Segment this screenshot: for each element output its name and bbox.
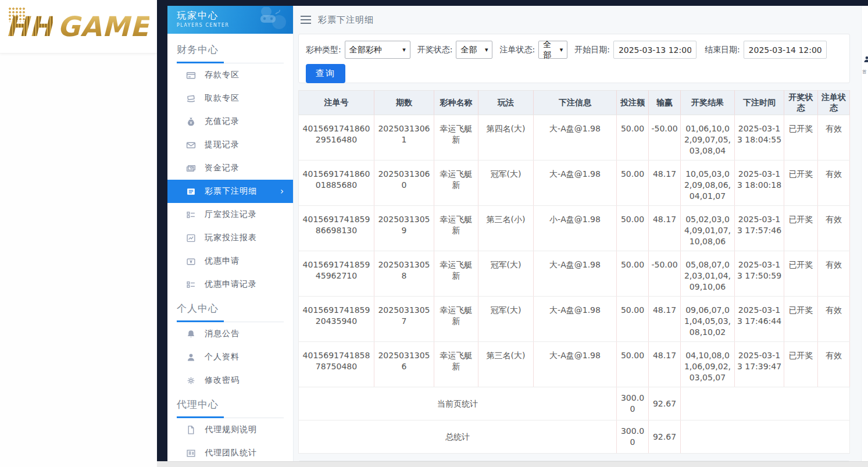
- end-date-input[interactable]: [744, 41, 827, 59]
- sidebar-item-label: 存款专区: [205, 70, 240, 80]
- cell-period: 20250313058: [374, 251, 434, 297]
- coupon-icon: [186, 256, 196, 266]
- cell-lottery: 幸运飞艇新: [434, 206, 478, 251]
- col-header: 彩种名称: [434, 91, 478, 115]
- table-row: 40156917418587875048020250313056幸运飞艇新第三名…: [299, 342, 850, 387]
- gear-icon: [186, 376, 196, 386]
- cell-winloss: 48.17: [649, 342, 681, 387]
- sidebar-item-deposit-zone[interactable]: 存款专区: [167, 63, 293, 87]
- summary-empty: [681, 420, 850, 454]
- col-header: 投注额: [617, 91, 649, 115]
- menu-toggle-icon[interactable]: [301, 16, 311, 24]
- col-header: 注单状态: [818, 91, 850, 115]
- chevron-down-icon: ▾: [560, 46, 563, 54]
- cell-order-status: 有效: [818, 251, 850, 297]
- cell-order-status: 有效: [818, 206, 850, 251]
- cell-draw-status: 已开奖: [784, 297, 818, 342]
- cell-order-status: 有效: [818, 297, 850, 342]
- hand-money-icon: [186, 94, 196, 104]
- cell-draw-status: 已开奖: [784, 206, 818, 251]
- order-status-select[interactable]: 全部 ▾: [538, 41, 567, 59]
- col-header: 注单号: [299, 91, 374, 115]
- bell-icon: [186, 329, 196, 339]
- user-icon: [863, 55, 868, 63]
- sidebar-item-promo-apply-records[interactable]: 优惠申请记录: [167, 273, 293, 296]
- cell-period: 20250313059: [374, 206, 434, 251]
- grand-summary-bet: 300.00: [617, 420, 649, 454]
- cell-period: 20250313056: [374, 342, 434, 387]
- sidebar-item-player-bet-report[interactable]: 玩家投注报表: [167, 226, 293, 249]
- filter-panel: 彩种类型: 全部彩种 ▾ 开奖状态: 全部 ▾ 注单状态: 全部 ▾ 开始日期:…: [298, 34, 850, 83]
- cell-result: 01,06,10,02,09,07,05,03,08,04: [681, 115, 735, 161]
- col-header: 开奖结果: [681, 91, 735, 115]
- cell-play: 第四名(大): [478, 115, 534, 161]
- cell-bet-info: 大-A盘@1.98: [534, 342, 617, 387]
- sidebar-item-hall-bet-records[interactable]: 厅室投注记录: [167, 203, 293, 226]
- sidebar-item-promo-apply[interactable]: 优惠申请: [167, 249, 293, 273]
- sidebar-item-messages[interactable]: 消息公告: [167, 322, 293, 345]
- envelope-money-icon: [186, 140, 196, 150]
- cell-play: 第三名(小): [478, 206, 534, 251]
- cell-winloss: 48.17: [649, 161, 681, 206]
- newspaper-icon: [186, 448, 196, 458]
- chevron-down-icon: ▾: [402, 46, 406, 54]
- cell-lottery: 幸运飞艇新: [434, 342, 478, 387]
- cell-play: 冠军(大): [478, 297, 534, 342]
- sidebar-item-fund-records[interactable]: 资金记录: [167, 156, 293, 180]
- search-button[interactable]: 查询: [306, 64, 345, 83]
- cell-draw-status: 已开奖: [784, 115, 818, 161]
- sidebar-item-agent-rules[interactable]: 代理规则说明: [167, 418, 293, 441]
- logo-text-game: GAME: [58, 10, 149, 42]
- section-personal-title: 个人中心: [177, 302, 284, 315]
- cell-bet-id: 401569174185986698130: [299, 206, 374, 251]
- page-title: 彩票下注明细: [318, 15, 374, 26]
- page-summary-label: 当前页统计: [299, 387, 617, 420]
- cell-bet-info: 大-A盘@1.98: [534, 251, 617, 297]
- cell-result: 09,06,07,01,04,05,03,08,10,02: [681, 297, 735, 342]
- sidebar-item-profile[interactable]: 个人资料: [167, 345, 293, 369]
- logo-panel-body: [0, 54, 157, 467]
- bets-table: 注单号 期数 彩种名称 玩法 下注信息 投注额 输赢 开奖结果 下注时间 开奖状…: [298, 90, 850, 454]
- cell-amount: 50.00: [617, 297, 649, 342]
- horizontal-scrollbar[interactable]: [157, 461, 868, 467]
- end-date-label: 结束日期:: [705, 45, 740, 55]
- page-header: 彩票下注明细: [298, 6, 850, 34]
- cell-bet-id: 401569174185920435940: [299, 297, 374, 342]
- sidebar-item-withdraw-zone[interactable]: 取款专区: [167, 87, 293, 110]
- col-header: 开奖状态: [784, 91, 818, 115]
- cell-play: 冠军(大): [478, 251, 534, 297]
- table-row: 40156917418592043594020250313057幸运飞艇新冠军(…: [299, 297, 850, 342]
- draw-status-select[interactable]: 全部 ▾: [456, 41, 492, 59]
- sidebar-item-label: 资金记录: [205, 163, 240, 173]
- sidebar-item-withdraw-records[interactable]: 提现记录: [167, 133, 293, 156]
- cell-amount: 50.00: [617, 161, 649, 206]
- grand-summary-winloss: 92.67: [649, 420, 681, 454]
- order-status-value: 全部: [543, 40, 555, 60]
- cell-draw-status: 已开奖: [784, 251, 818, 297]
- sidebar-item-lottery-bet-details[interactable]: 彩票下注明细 ›: [167, 180, 293, 203]
- sidebar-item-change-password[interactable]: 修改密码: [167, 369, 293, 392]
- table-row: 40156917418602951648020250313061幸运飞艇新第四名…: [299, 115, 850, 161]
- app-window: HHGAME 玩家中心 PLAYERS CENTER 财务中心: [0, 0, 868, 467]
- logo-panel: HHGAME: [0, 0, 157, 467]
- cell-order-status: 有效: [818, 161, 850, 206]
- page-summary-bet: 300.00: [617, 387, 649, 420]
- chevron-right-icon: ›: [280, 186, 284, 197]
- cell-play: 第三名(大): [478, 342, 534, 387]
- lottery-type-select[interactable]: 全部彩种 ▾: [345, 41, 410, 59]
- rail-text-clipped: 首: [862, 69, 867, 75]
- lottery-type-value: 全部彩种: [349, 45, 382, 55]
- cell-bet-time: 2025-03-13 18:04:55: [735, 115, 784, 161]
- col-header: 期数: [374, 91, 434, 115]
- cell-play: 冠军(大): [478, 161, 534, 206]
- detail-list-icon: [186, 210, 196, 220]
- page-summary-row: 当前页统计 300.00 92.67: [299, 387, 850, 420]
- grand-summary-label: 总统计: [299, 420, 617, 454]
- brand-logo: HHGAME: [0, 0, 157, 54]
- sidebar-item-recharge-records[interactable]: 充值记录: [167, 110, 293, 133]
- section-personal: 个人中心: [167, 296, 293, 322]
- col-header: 输赢: [649, 91, 681, 115]
- start-date-input[interactable]: [613, 41, 696, 59]
- cell-bet-time: 2025-03-13 17:46:44: [735, 297, 784, 342]
- cell-lottery: 幸运飞艇新: [434, 161, 478, 206]
